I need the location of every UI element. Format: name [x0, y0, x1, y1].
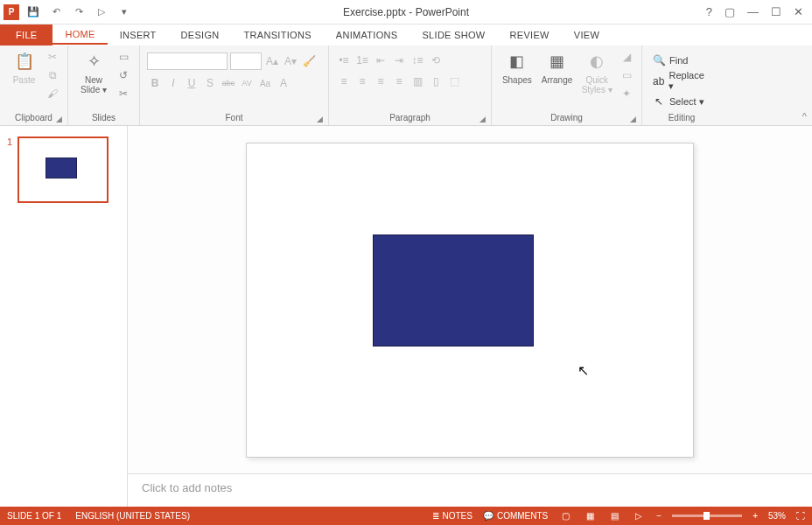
- numbering-button[interactable]: 1≡: [354, 52, 370, 68]
- decrease-indent-button[interactable]: ⇤: [373, 52, 388, 68]
- app-icon: P: [4, 4, 19, 20]
- format-painter-button[interactable]: 🖌: [45, 86, 60, 102]
- qat-customize-button[interactable]: ▾: [117, 5, 131, 19]
- replace-button[interactable]: abReplace ▾: [649, 68, 714, 94]
- tab-insert[interactable]: INSERT: [108, 24, 169, 46]
- bullets-button[interactable]: •≡: [336, 52, 352, 68]
- tab-slideshow[interactable]: SLIDE SHOW: [410, 24, 497, 46]
- align-center-button[interactable]: ≡: [354, 74, 370, 89]
- group-drawing: ◧ Shapes ▦ Arrange ◐ Quick Styles ▾ ◢ ▭ …: [492, 46, 642, 125]
- quick-styles-button[interactable]: ◐ Quick Styles ▾: [578, 49, 615, 94]
- reset-button[interactable]: ↺: [116, 67, 131, 83]
- new-slide-button[interactable]: ✧ New Slide ▾: [75, 49, 112, 94]
- smartart-button[interactable]: ⬚: [446, 74, 462, 89]
- font-dialog-launcher[interactable]: ◢: [317, 115, 323, 123]
- fit-to-window-button[interactable]: ⛶: [796, 511, 805, 521]
- shape-outline-button[interactable]: ▭: [619, 67, 634, 83]
- clear-formatting-button[interactable]: 🧹: [301, 53, 317, 69]
- start-slideshow-button[interactable]: ▷: [94, 5, 108, 19]
- slide-canvas[interactable]: ↖: [128, 126, 812, 473]
- increase-indent-button[interactable]: ⇥: [391, 52, 407, 68]
- maximize-button[interactable]: ☐: [771, 5, 781, 18]
- increase-font-button[interactable]: A▴: [264, 53, 280, 69]
- section-button[interactable]: ✂: [116, 86, 131, 102]
- notes-button[interactable]: ≣NOTES: [432, 511, 472, 521]
- slideshow-view-button[interactable]: ▷: [632, 510, 646, 522]
- collapse-ribbon-button[interactable]: ^: [802, 111, 807, 122]
- tab-design[interactable]: DESIGN: [169, 24, 232, 46]
- arrange-label: Arrange: [542, 75, 573, 85]
- tab-transitions[interactable]: TRANSITIONS: [232, 24, 324, 46]
- find-button[interactable]: 🔍Find: [649, 52, 691, 68]
- zoom-handle[interactable]: [704, 512, 710, 520]
- italic-button[interactable]: I: [165, 75, 181, 91]
- normal-view-button[interactable]: ▢: [558, 510, 572, 522]
- tab-view[interactable]: VIEW: [562, 24, 612, 46]
- layout-button[interactable]: ▭: [116, 49, 131, 65]
- underline-button[interactable]: U: [184, 75, 200, 91]
- redo-button[interactable]: ↷: [72, 5, 86, 19]
- clipboard-dialog-launcher[interactable]: ◢: [56, 115, 62, 123]
- rectangle-shape[interactable]: [373, 234, 534, 346]
- comments-button[interactable]: 💬COMMENTS: [483, 511, 548, 521]
- slide-sorter-button[interactable]: ▦: [583, 510, 597, 522]
- minimize-button[interactable]: —: [747, 5, 759, 18]
- undo-button[interactable]: ↶: [49, 5, 63, 19]
- drawing-dialog-launcher[interactable]: ◢: [630, 115, 636, 123]
- close-button[interactable]: ✕: [794, 5, 803, 18]
- justify-button[interactable]: ≡: [391, 74, 407, 89]
- tab-file[interactable]: FILE: [0, 24, 52, 46]
- quick-styles-icon: ◐: [584, 49, 609, 74]
- slide[interactable]: [246, 143, 694, 458]
- zoom-level[interactable]: 53%: [768, 511, 786, 521]
- help-button[interactable]: ?: [706, 5, 712, 18]
- font-size-combo[interactable]: [230, 52, 262, 70]
- bold-button[interactable]: B: [147, 75, 163, 91]
- shape-effects-button[interactable]: ✦: [619, 86, 634, 102]
- copy-button[interactable]: ⧉: [45, 67, 60, 83]
- zoom-in-button[interactable]: +: [752, 511, 758, 521]
- clipboard-icon: 📋: [12, 49, 37, 74]
- reading-view-button[interactable]: ▤: [607, 510, 621, 522]
- shapes-button[interactable]: ◧ Shapes: [499, 49, 536, 85]
- tab-review[interactable]: REVIEW: [498, 24, 562, 46]
- shadow-button[interactable]: S: [202, 75, 218, 91]
- change-case-button[interactable]: Aa: [257, 75, 273, 91]
- strikethrough-button[interactable]: abc: [220, 75, 236, 91]
- columns-button[interactable]: ▥: [410, 74, 425, 89]
- font-family-combo[interactable]: [147, 52, 228, 70]
- select-button[interactable]: ↖Select ▾: [649, 94, 708, 109]
- ribbon-display-button[interactable]: ▢: [724, 5, 735, 18]
- slide-thumbnail-1[interactable]: [18, 136, 108, 203]
- align-right-button[interactable]: ≡: [373, 74, 388, 89]
- language-indicator[interactable]: ENGLISH (UNITED STATES): [75, 511, 190, 521]
- group-label: Editing: [649, 113, 714, 125]
- paragraph-dialog-launcher[interactable]: ◢: [480, 115, 486, 123]
- quick-styles-label: Quick Styles ▾: [582, 75, 612, 94]
- text-direction-button[interactable]: ⟲: [428, 52, 444, 68]
- decrease-font-button[interactable]: A▾: [283, 53, 298, 69]
- replace-icon: ab: [653, 75, 664, 88]
- zoom-out-button[interactable]: −: [656, 511, 662, 521]
- shape-fill-button[interactable]: ◢: [619, 49, 634, 65]
- zoom-slider[interactable]: [672, 514, 742, 517]
- slide-indicator[interactable]: SLIDE 1 OF 1: [7, 511, 61, 521]
- arrange-button[interactable]: ▦ Arrange: [539, 49, 576, 85]
- notes-pane[interactable]: Click to add notes: [128, 473, 812, 507]
- group-label: Drawing◢: [499, 113, 634, 125]
- font-color-button[interactable]: A: [276, 75, 291, 91]
- group-label: Paragraph◢: [336, 113, 484, 125]
- paste-button[interactable]: 📋 Paste: [7, 49, 41, 85]
- align-left-button[interactable]: ≡: [336, 74, 352, 89]
- save-button[interactable]: 💾: [26, 5, 40, 19]
- group-label: Slides: [75, 113, 132, 125]
- align-text-button[interactable]: ▯: [428, 74, 444, 89]
- cut-button[interactable]: ✂: [45, 49, 60, 65]
- tab-animations[interactable]: ANIMATIONS: [324, 24, 410, 46]
- title-bar: P 💾 ↶ ↷ ▷ ▾ Exercise.pptx - PowerPoint ?…: [0, 0, 812, 24]
- line-spacing-button[interactable]: ↕≡: [410, 52, 425, 68]
- char-spacing-button[interactable]: AV: [239, 75, 255, 91]
- group-slides: ✧ New Slide ▾ ▭ ↺ ✂ Slides: [68, 46, 140, 125]
- thumbnail-shape: [46, 158, 77, 178]
- tab-home[interactable]: HOME: [52, 24, 107, 46]
